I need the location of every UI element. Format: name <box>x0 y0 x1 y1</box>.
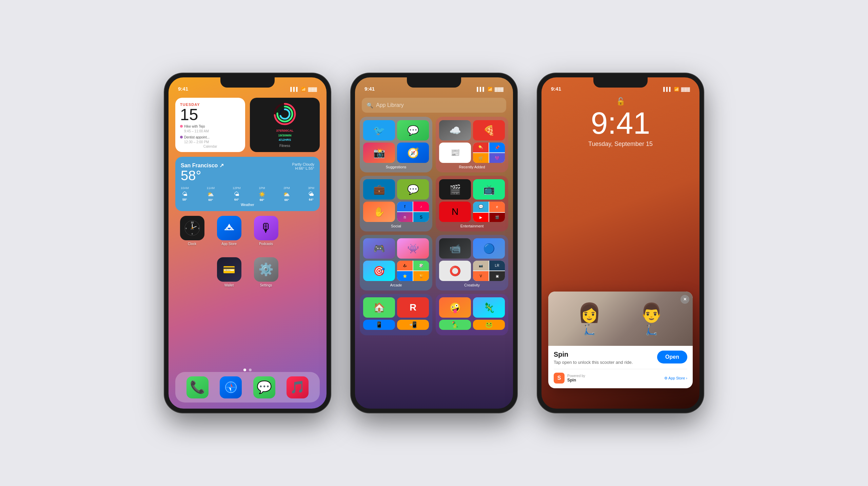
instagram-app[interactable]: 📸 <box>363 143 395 163</box>
ca-app[interactable]: 📷 <box>473 261 489 270</box>
clock-svg: 12 3 9 6 BER <box>184 220 201 237</box>
entertainment-apps: 🎬 📺 N 💬 e ▶ 🎬 <box>439 179 505 222</box>
camera-app[interactable]: ⭕ <box>439 261 471 281</box>
recently-added-label: Recently Added <box>439 165 505 169</box>
podcasts-icon: 🎙 <box>254 216 278 240</box>
fitness-stats: 375/500CAL 19/30MIN 4/12HRS <box>276 129 293 143</box>
clip-close-button[interactable]: ✕ <box>680 295 689 304</box>
tiktok-app[interactable]: ♪ <box>413 202 429 211</box>
folder-games2[interactable]: 🤪 🦎 🦜 🐸 <box>436 294 508 335</box>
gb-app[interactable]: 🎲 <box>413 261 429 270</box>
folder-suggestions[interactable]: 🐦 💬 📸 🧭 Suggestions <box>360 117 432 172</box>
creativity-apps: 📹 🔵 ⭕ 📷 LR V ▣ <box>439 238 505 281</box>
sm-app2[interactable]: 📌 <box>489 143 505 152</box>
app-appstore[interactable]: App Store <box>212 216 246 246</box>
weather-condition: Partly CloudyH:66° L:55° <box>292 162 314 170</box>
game-app1[interactable]: 🦜 <box>439 320 471 330</box>
wifi-icon-3: 📶 <box>674 87 679 92</box>
gc-app[interactable]: ⭐ <box>397 271 413 281</box>
page-dots <box>243 369 252 371</box>
e-app[interactable]: e <box>489 202 505 212</box>
appstore-svg <box>222 221 236 235</box>
netflix-app[interactable]: N <box>439 202 471 222</box>
notch3 <box>593 77 648 88</box>
cd-app[interactable]: ▣ <box>489 271 505 281</box>
yik-app[interactable]: ✋ <box>363 202 395 222</box>
notch2 <box>407 77 461 88</box>
sm-app1[interactable]: 💊 <box>473 143 489 152</box>
app-podcasts[interactable]: 🎙 Podcasts <box>249 216 283 246</box>
creativity-label: Creativity <box>439 283 505 287</box>
app-settings[interactable]: ⚙️ Settings <box>249 257 283 287</box>
weather-widget[interactable]: San Francisco ↗ 58° Partly CloudyH:66° L… <box>175 157 320 211</box>
messages-icon: 💬 <box>253 376 275 398</box>
powered-app-name: Spin <box>567 378 585 382</box>
n-app[interactable]: n <box>397 212 413 222</box>
fitness-hrs: 4/12HRS <box>276 138 293 143</box>
nytimes-app[interactable]: 📰 <box>439 143 471 163</box>
linkedin-app[interactable]: 💼 <box>363 179 395 200</box>
app-store-link[interactable]: ⚙ App Store › <box>664 376 687 380</box>
vpn-app[interactable]: ☁️ <box>439 120 471 141</box>
game3-app[interactable]: 🎯 <box>363 261 395 281</box>
gd-app[interactable]: 🏆 <box>413 271 429 281</box>
wechat-app[interactable]: 💬 <box>397 179 429 200</box>
s-app[interactable]: S <box>413 212 429 222</box>
calendar-date: 15 <box>180 107 240 123</box>
msg-app[interactable]: 💬 <box>473 202 489 212</box>
safari-app[interactable]: 🧭 <box>397 143 429 163</box>
cc-app[interactable]: V <box>473 271 489 281</box>
doordash-app[interactable]: 🍕 <box>473 120 505 141</box>
sm-app4[interactable]: 💜 <box>489 153 505 163</box>
svg-point-14 <box>192 227 193 229</box>
cb-app[interactable]: LR <box>489 261 505 270</box>
library-row-2: 💼 💬 ✋ f ♪ n S Social <box>360 176 508 231</box>
sm-app3[interactable]: 🛒 <box>473 153 489 163</box>
fb-app[interactable]: f <box>397 202 413 211</box>
util-app2[interactable]: 📲 <box>397 320 429 330</box>
yt-app[interactable]: ▶ <box>473 213 489 222</box>
calendar-widget[interactable]: TUESDAY 15 Hike with Tejo 9:45 – 11:00 A… <box>175 98 245 152</box>
ga-app[interactable]: 🕹 <box>397 261 413 270</box>
folder-entertainment[interactable]: 🎬 📺 N 💬 e ▶ 🎬 Entertainment <box>436 176 508 231</box>
hulu-app[interactable]: 📺 <box>473 179 505 200</box>
crazy-app[interactable]: 🤪 <box>439 297 471 318</box>
game1-app[interactable]: 🎮 <box>363 238 395 259</box>
fitness-widget[interactable]: 375/500CAL 19/30MIN 4/12HRS Fitness <box>250 98 320 152</box>
cal-event-2: Dentist appoint... 12:30 – 2:00 PM <box>180 135 240 145</box>
lock-hour: 9:41 <box>541 108 699 138</box>
folder-recently-added[interactable]: ☁️ 🍕 📰 💊 📌 🛒 💜 Recently Added <box>436 117 508 172</box>
houzz-app[interactable]: 🏠 <box>363 297 395 318</box>
games2-apps: 🤪 🦎 🦜 🐸 <box>439 297 505 330</box>
dock-phone[interactable]: 📞 <box>186 376 209 398</box>
dock-messages[interactable]: 💬 <box>253 376 275 398</box>
game-app2[interactable]: 🐸 <box>473 320 505 330</box>
app-clock[interactable]: 12 3 9 6 BER Clock <box>175 216 209 246</box>
wifi-icon-2: 📶 <box>488 87 493 92</box>
util-app1[interactable]: 📱 <box>363 320 395 330</box>
clip-open-button[interactable]: Open <box>657 351 687 363</box>
search-bar[interactable]: 🔍 App Library <box>362 98 506 113</box>
messages-app[interactable]: 💬 <box>397 120 429 141</box>
lock-date: Tuesday, September 15 <box>541 141 699 148</box>
creativity-cluster: 📷 LR V ▣ <box>473 261 505 281</box>
game2-app[interactable]: 👾 <box>397 238 429 259</box>
dock-safari[interactable] <box>220 376 242 398</box>
twitter-app[interactable]: 🐦 <box>363 120 395 141</box>
app-grid-row1: 12 3 9 6 BER Clock <box>175 216 320 246</box>
folder-social[interactable]: 💼 💬 ✋ f ♪ n S Social <box>360 176 432 231</box>
sketch-app[interactable]: 🔵 <box>473 238 505 259</box>
folder-creativity[interactable]: 📹 🔵 ⭕ 📷 LR V ▣ Creativity <box>436 235 508 291</box>
m-app[interactable]: 🎬 <box>489 213 505 222</box>
ent-cluster: 💬 e ▶ 🎬 <box>473 202 505 222</box>
dock-music[interactable]: 🎵 <box>287 376 309 398</box>
weather-forecast: 10AM 🌤 58° 11AM ⛅ 60° 12PM 🌤 64° 1PM ☀️ <box>181 186 314 202</box>
folder-arcade[interactable]: 🎮 👾 🎯 🕹 🎲 ⭐ 🏆 Arcade <box>360 235 432 291</box>
app-wallet[interactable]: 💳 Wallet <box>212 257 246 287</box>
alien-app[interactable]: 🦎 <box>473 297 505 318</box>
folder-utilities[interactable]: 🏠 R 📱 📲 <box>360 294 432 335</box>
disneyplus-app[interactable]: 🎬 <box>439 179 471 200</box>
clip-action-bar: S Powered by Spin ⚙ App Store › <box>554 369 687 384</box>
zoom-app[interactable]: 📹 <box>439 238 471 259</box>
redfin-app[interactable]: R <box>397 297 429 318</box>
